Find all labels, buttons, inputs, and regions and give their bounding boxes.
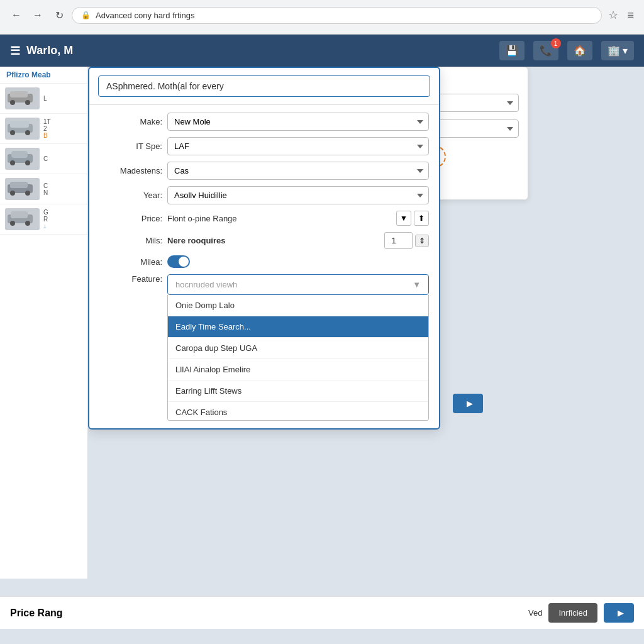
search-panel: Make: New Mole IT Spe: LAF Madestens: [88,67,440,430]
address-bar[interactable]: 🔒 Advanced cony hard frtings [72,7,602,24]
svg-point-11 [25,160,30,165]
dropdown-item-5[interactable]: Earring Lifft Stews [168,380,428,402]
dropdown-item-2[interactable]: Eadly Time Search... [168,316,428,338]
verrin-area: ▶ [453,394,483,413]
svg-point-7 [25,130,30,135]
verrin-button[interactable]: ▶ [453,394,483,413]
building-button[interactable]: 🏢 ▾ [601,41,634,60]
svg-rect-13 [10,182,28,188]
car-thumbnail [5,208,40,230]
price-label: Price: [99,214,162,223]
make-row: Make: New Mole [99,113,429,131]
price-icons: ▼ ⬆ [396,211,429,226]
list-item[interactable]: 1T2B [0,114,87,144]
svg-rect-9 [11,151,28,158]
make-label: Make: [99,117,162,126]
number-input-wrapper: ⇕ [384,232,429,249]
svg-point-19 [25,221,30,226]
price-share-btn[interactable]: ⬆ [414,211,429,226]
madestens-row: Madestens: Cas [99,162,429,180]
car-info: L [43,95,47,102]
year-select[interactable]: Asollv Huidillie [167,186,429,204]
list-item[interactable]: GR↓ [0,204,87,235]
it-spe-select[interactable]: LAF [167,137,429,155]
bottom-right: Ved Inrficied ▶ [528,603,634,623]
star-icon[interactable]: ☆ [606,8,621,22]
bottom-verrin-button[interactable]: ▶ [604,603,634,623]
car-info: GR↓ [43,209,48,230]
car-info: C [43,155,48,162]
car-thumbnail [5,178,40,200]
browser-nav: ← → ↻ 🔒 Advanced cony hard frtings ☆ ≡ [8,6,636,24]
refresh-button[interactable]: ↻ [50,6,68,24]
browser-chrome: ← → ↻ 🔒 Advanced cony hard frtings ☆ ≡ [0,0,644,35]
madestens-label: Madestens: [99,166,162,175]
verrin-icon: ▶ [467,399,473,408]
car-info: CN [43,182,48,196]
menu-icon[interactable]: ≡ [625,9,636,22]
back-button[interactable]: ← [8,6,25,24]
milea-toggle[interactable] [167,255,190,268]
mils-bold-text: Nere rooquires [167,236,379,245]
svg-point-18 [10,221,15,226]
dropdown-item-4[interactable]: LlIAl Ainalop Emelire [168,359,428,380]
list-item[interactable]: C [0,144,87,174]
car-thumbnail [5,87,40,109]
car-list-header: Pflizro Meab [0,67,87,84]
price-range-label: Price Rang [10,608,63,619]
feature-dropdown-btn[interactable]: hocnruded viewh ▼ [167,274,429,295]
toggle-thumb [179,257,189,267]
app-header: ☰ Warlo, M 💾 📞 1 🏠 🏢 ▾ [0,35,644,67]
mils-number-input[interactable] [384,232,413,249]
notified-button[interactable]: Inrficied [548,603,597,623]
mils-row: Mils: Nere rooquires ⇕ [99,232,429,249]
lock-icon: 🔒 [81,11,91,19]
bottom-verrin-icon: ▶ [618,608,624,618]
svg-rect-17 [11,211,28,218]
price-dropdown-btn[interactable]: ▼ [396,211,411,226]
call-button[interactable]: 📞 1 [533,41,558,60]
save-button[interactable]: 💾 [499,41,525,60]
svg-rect-1 [10,91,28,97]
form-body: Make: New Mole IT Spe: LAF Madestens: [89,105,439,428]
svg-point-2 [10,100,15,105]
list-item[interactable]: CN [0,174,87,204]
svg-point-6 [10,130,15,135]
make-select[interactable]: New Mole [167,113,429,131]
dropdown-item-3[interactable]: Caropa dup Step UGA [168,338,428,359]
call-badge: 1 [551,38,561,48]
feature-dropdown-list: Onie Domp Lalo Eadly Time Search... Caro… [167,295,429,421]
car-thumbnail [5,118,40,140]
car-thumbnail [5,148,40,170]
search-input[interactable] [98,75,430,97]
bottom-bar: Price Rang Ved Inrficied ▶ [0,596,644,629]
header-right: 💾 📞 1 🏠 🏢 ▾ [499,41,634,60]
search-input-section [89,68,439,105]
toggle-wrapper [167,255,190,268]
it-spe-row: IT Spe: LAF [99,137,429,155]
svg-point-14 [10,191,15,196]
svg-point-3 [25,100,30,105]
forward-button[interactable]: → [29,6,47,24]
home-button[interactable]: 🏠 [567,41,592,60]
list-item[interactable]: L [0,84,87,114]
feature-placeholder: hocnruded viewh [175,280,237,289]
it-spe-label: IT Spe: [99,142,162,151]
svg-rect-5 [10,121,29,128]
car-info: 1T2B [43,118,51,139]
menu-icon-header[interactable]: ☰ [10,44,20,58]
content-area: Make: New Mole IT Spe: LAF Madestens: [88,67,644,629]
svg-point-10 [10,160,15,165]
milea-row: Milea: [99,255,429,268]
year-label: Year: [99,191,162,200]
ved-label: Ved [528,608,542,618]
madestens-select[interactable]: Cas [167,162,429,180]
feature-container: hocnruded viewh ▼ Onie Domp Lalo Eadly T… [167,274,429,421]
price-row: Price: Flont o-pine Range ▼ ⬆ [99,211,429,226]
mils-label: Mils: [99,236,162,245]
feature-label: Feature: [99,274,162,284]
stepper-up-btn[interactable]: ⇕ [415,235,429,247]
bottom-left: Price Rang [10,608,63,619]
dropdown-item-6[interactable]: CACK Fations [168,402,428,421]
dropdown-item-1[interactable]: Onie Domp Lalo [168,295,428,316]
